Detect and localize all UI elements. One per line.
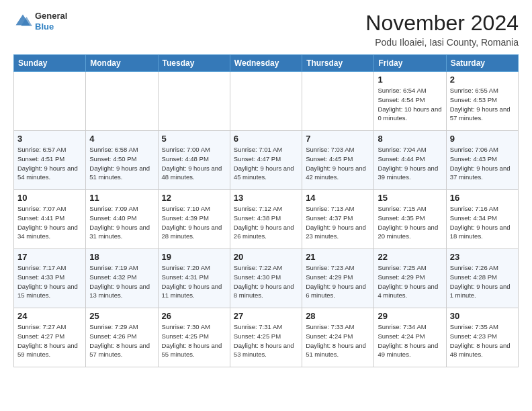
calendar-cell: 19Sunrise: 7:20 AM Sunset: 4:31 PM Dayli… bbox=[158, 249, 230, 308]
day-info: Sunrise: 7:10 AM Sunset: 4:39 PM Dayligh… bbox=[162, 204, 226, 241]
calendar-cell bbox=[14, 72, 86, 131]
calendar-cell: 24Sunrise: 7:27 AM Sunset: 4:27 PM Dayli… bbox=[14, 308, 86, 367]
day-info: Sunrise: 7:20 AM Sunset: 4:31 PM Dayligh… bbox=[162, 263, 226, 300]
calendar-cell: 10Sunrise: 7:07 AM Sunset: 4:41 PM Dayli… bbox=[14, 190, 86, 249]
day-info: Sunrise: 7:33 AM Sunset: 4:24 PM Dayligh… bbox=[306, 322, 370, 359]
day-number: 15 bbox=[378, 193, 442, 203]
day-info: Sunrise: 7:04 AM Sunset: 4:44 PM Dayligh… bbox=[378, 145, 442, 182]
day-info: Sunrise: 7:07 AM Sunset: 4:41 PM Dayligh… bbox=[17, 204, 82, 241]
day-info: Sunrise: 7:22 AM Sunset: 4:30 PM Dayligh… bbox=[234, 263, 298, 300]
col-header-monday: Monday bbox=[86, 55, 158, 72]
day-info: Sunrise: 7:27 AM Sunset: 4:27 PM Dayligh… bbox=[17, 322, 82, 359]
day-info: Sunrise: 7:35 AM Sunset: 4:23 PM Dayligh… bbox=[450, 322, 515, 359]
day-number: 23 bbox=[450, 252, 515, 262]
day-number: 3 bbox=[17, 134, 82, 144]
header: General Blue November 2024 Podu Iloaiei,… bbox=[13, 11, 519, 48]
day-number: 10 bbox=[17, 193, 82, 203]
col-header-thursday: Thursday bbox=[302, 55, 374, 72]
day-info: Sunrise: 7:17 AM Sunset: 4:33 PM Dayligh… bbox=[17, 263, 82, 300]
day-number: 5 bbox=[162, 134, 226, 144]
calendar-cell bbox=[158, 72, 230, 131]
calendar-cell: 15Sunrise: 7:15 AM Sunset: 4:35 PM Dayli… bbox=[374, 190, 446, 249]
calendar-cell: 16Sunrise: 7:16 AM Sunset: 4:34 PM Dayli… bbox=[446, 190, 518, 249]
calendar-week-row: 24Sunrise: 7:27 AM Sunset: 4:27 PM Dayli… bbox=[14, 308, 519, 367]
title-area: November 2024 Podu Iloaiei, Iasi County,… bbox=[365, 11, 519, 48]
day-info: Sunrise: 7:03 AM Sunset: 4:45 PM Dayligh… bbox=[306, 145, 370, 182]
month-title: November 2024 bbox=[365, 11, 519, 36]
logo-blue: Blue bbox=[35, 21, 67, 32]
day-number: 9 bbox=[450, 134, 515, 144]
calendar-cell: 23Sunrise: 7:26 AM Sunset: 4:28 PM Dayli… bbox=[446, 249, 518, 308]
location: Podu Iloaiei, Iasi County, Romania bbox=[365, 37, 519, 48]
calendar-cell: 22Sunrise: 7:25 AM Sunset: 4:29 PM Dayli… bbox=[374, 249, 446, 308]
day-info: Sunrise: 7:25 AM Sunset: 4:29 PM Dayligh… bbox=[378, 263, 442, 300]
day-info: Sunrise: 7:16 AM Sunset: 4:34 PM Dayligh… bbox=[450, 204, 515, 241]
calendar-cell: 29Sunrise: 7:34 AM Sunset: 4:24 PM Dayli… bbox=[374, 308, 446, 367]
calendar-week-row: 1Sunrise: 6:54 AM Sunset: 4:54 PM Daylig… bbox=[14, 72, 519, 131]
day-info: Sunrise: 7:12 AM Sunset: 4:38 PM Dayligh… bbox=[234, 204, 298, 241]
calendar-cell: 9Sunrise: 7:06 AM Sunset: 4:43 PM Daylig… bbox=[446, 131, 518, 190]
calendar-cell: 12Sunrise: 7:10 AM Sunset: 4:39 PM Dayli… bbox=[158, 190, 230, 249]
col-header-friday: Friday bbox=[374, 55, 446, 72]
calendar-cell: 7Sunrise: 7:03 AM Sunset: 4:45 PM Daylig… bbox=[302, 131, 374, 190]
day-number: 16 bbox=[450, 193, 515, 203]
day-number: 28 bbox=[306, 311, 370, 321]
calendar-cell: 25Sunrise: 7:29 AM Sunset: 4:26 PM Dayli… bbox=[86, 308, 158, 367]
day-info: Sunrise: 7:09 AM Sunset: 4:40 PM Dayligh… bbox=[89, 204, 154, 241]
day-info: Sunrise: 7:06 AM Sunset: 4:43 PM Dayligh… bbox=[450, 145, 515, 182]
col-header-saturday: Saturday bbox=[446, 55, 518, 72]
calendar-cell: 3Sunrise: 6:57 AM Sunset: 4:51 PM Daylig… bbox=[14, 131, 86, 190]
day-number: 29 bbox=[378, 311, 442, 321]
calendar-cell: 17Sunrise: 7:17 AM Sunset: 4:33 PM Dayli… bbox=[14, 249, 86, 308]
calendar-cell bbox=[302, 72, 374, 131]
day-number: 19 bbox=[162, 252, 226, 262]
calendar-cell: 20Sunrise: 7:22 AM Sunset: 4:30 PM Dayli… bbox=[230, 249, 302, 308]
day-info: Sunrise: 6:55 AM Sunset: 4:53 PM Dayligh… bbox=[450, 86, 515, 123]
day-number: 4 bbox=[89, 134, 154, 144]
calendar-cell: 2Sunrise: 6:55 AM Sunset: 4:53 PM Daylig… bbox=[446, 72, 518, 131]
day-number: 1 bbox=[378, 75, 442, 85]
calendar-cell: 4Sunrise: 6:58 AM Sunset: 4:50 PM Daylig… bbox=[86, 131, 158, 190]
day-info: Sunrise: 7:31 AM Sunset: 4:25 PM Dayligh… bbox=[234, 322, 298, 359]
calendar-header-row: SundayMondayTuesdayWednesdayThursdayFrid… bbox=[14, 55, 519, 72]
calendar-cell: 13Sunrise: 7:12 AM Sunset: 4:38 PM Dayli… bbox=[230, 190, 302, 249]
day-number: 25 bbox=[89, 311, 154, 321]
day-number: 27 bbox=[234, 311, 298, 321]
day-info: Sunrise: 7:15 AM Sunset: 4:35 PM Dayligh… bbox=[378, 204, 442, 241]
day-number: 8 bbox=[378, 134, 442, 144]
calendar-cell: 11Sunrise: 7:09 AM Sunset: 4:40 PM Dayli… bbox=[86, 190, 158, 249]
day-number: 12 bbox=[162, 193, 226, 203]
logo: General Blue bbox=[13, 11, 67, 32]
calendar-cell: 27Sunrise: 7:31 AM Sunset: 4:25 PM Dayli… bbox=[230, 308, 302, 367]
calendar-cell: 14Sunrise: 7:13 AM Sunset: 4:37 PM Dayli… bbox=[302, 190, 374, 249]
day-info: Sunrise: 7:29 AM Sunset: 4:26 PM Dayligh… bbox=[89, 322, 154, 359]
calendar-week-row: 17Sunrise: 7:17 AM Sunset: 4:33 PM Dayli… bbox=[14, 249, 519, 308]
day-number: 24 bbox=[17, 311, 82, 321]
calendar-cell: 30Sunrise: 7:35 AM Sunset: 4:23 PM Dayli… bbox=[446, 308, 518, 367]
day-info: Sunrise: 6:54 AM Sunset: 4:54 PM Dayligh… bbox=[378, 86, 442, 123]
day-number: 18 bbox=[89, 252, 154, 262]
col-header-wednesday: Wednesday bbox=[230, 55, 302, 72]
day-info: Sunrise: 6:57 AM Sunset: 4:51 PM Dayligh… bbox=[17, 145, 82, 182]
day-number: 6 bbox=[234, 134, 298, 144]
day-number: 22 bbox=[378, 252, 442, 262]
calendar-week-row: 3Sunrise: 6:57 AM Sunset: 4:51 PM Daylig… bbox=[14, 131, 519, 190]
day-number: 17 bbox=[17, 252, 82, 262]
day-info: Sunrise: 7:01 AM Sunset: 4:47 PM Dayligh… bbox=[234, 145, 298, 182]
col-header-tuesday: Tuesday bbox=[158, 55, 230, 72]
day-number: 11 bbox=[89, 193, 154, 203]
calendar-cell: 6Sunrise: 7:01 AM Sunset: 4:47 PM Daylig… bbox=[230, 131, 302, 190]
day-info: Sunrise: 7:26 AM Sunset: 4:28 PM Dayligh… bbox=[450, 263, 515, 300]
calendar-cell: 18Sunrise: 7:19 AM Sunset: 4:32 PM Dayli… bbox=[86, 249, 158, 308]
logo-icon bbox=[13, 12, 32, 31]
calendar-cell bbox=[230, 72, 302, 131]
day-info: Sunrise: 7:34 AM Sunset: 4:24 PM Dayligh… bbox=[378, 322, 442, 359]
day-info: Sunrise: 7:19 AM Sunset: 4:32 PM Dayligh… bbox=[89, 263, 154, 300]
day-info: Sunrise: 7:00 AM Sunset: 4:48 PM Dayligh… bbox=[162, 145, 226, 182]
calendar-cell: 28Sunrise: 7:33 AM Sunset: 4:24 PM Dayli… bbox=[302, 308, 374, 367]
day-number: 13 bbox=[234, 193, 298, 203]
day-info: Sunrise: 7:23 AM Sunset: 4:29 PM Dayligh… bbox=[306, 263, 370, 300]
day-number: 14 bbox=[306, 193, 370, 203]
col-header-sunday: Sunday bbox=[14, 55, 86, 72]
calendar-cell bbox=[86, 72, 158, 131]
